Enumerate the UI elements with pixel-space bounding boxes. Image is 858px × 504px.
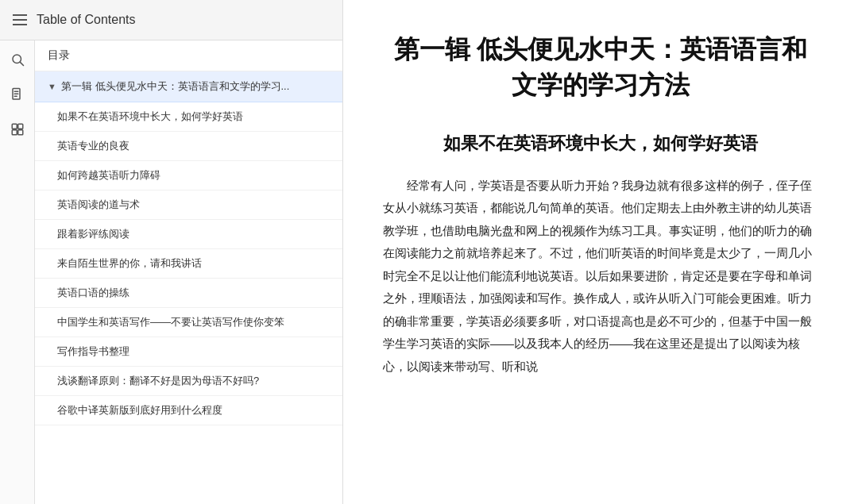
toc-top-item[interactable]: 目录 [35, 40, 342, 71]
svg-line-1 [20, 62, 23, 65]
toc-section-label: 第一辑 低头便见水中天：英语语言和文学的学习... [61, 79, 289, 94]
toc-panel: 目录 ▼ 第一辑 低头便见水中天：英语语言和文学的学习... 如果不在英语环境中… [35, 40, 342, 504]
main-content: 第一辑 低头便见水中天：英语语言和文学的学习方法 如果不在英语环境中长大，如何学… [343, 0, 858, 504]
toc-child-item[interactable]: 跟着影评练阅读 [35, 220, 342, 249]
svg-rect-9 [17, 130, 22, 135]
toc-child-item[interactable]: 如何跨越英语听力障碍 [35, 161, 342, 190]
toc-children: 如果不在英语环境中长大，如何学好英语英语专业的良夜如何跨越英语听力障碍英语阅读的… [35, 102, 342, 425]
toc-child-item[interactable]: 英语阅读的道与术 [35, 190, 342, 220]
sidebar: Table of Contents [0, 0, 343, 504]
main-paragraph: 经常有人问，学英语是否要从听力开始？我身边就有很多这样的例子，侄子侄女从小就练习… [383, 175, 818, 379]
toc-child-item[interactable]: 英语口语的操练 [35, 279, 342, 308]
icon-column [0, 40, 35, 504]
menu-button[interactable] [13, 14, 27, 25]
svg-rect-7 [17, 124, 22, 129]
chapter-title: 第一辑 低头便见水中天：英语语言和文学的学习方法 [383, 32, 818, 103]
toc-child-item[interactable]: 中国学生和英语写作——不要让英语写作使你变笨 [35, 308, 342, 337]
svg-rect-8 [12, 130, 17, 135]
section-title: 如果不在英语环境中长大，如何学好英语 [383, 132, 818, 156]
search-icon[interactable] [6, 48, 29, 71]
document-icon[interactable] [6, 83, 29, 106]
toc-child-item[interactable]: 来自陌生世界的你，请和我讲话 [35, 249, 342, 279]
toc-child-item[interactable]: 英语专业的良夜 [35, 132, 342, 161]
toc-section-header[interactable]: ▼ 第一辑 低头便见水中天：英语语言和文学的学习... [35, 71, 342, 102]
toc-child-item[interactable]: 写作指导书整理 [35, 337, 342, 367]
layers-icon[interactable] [6, 118, 29, 140]
toc-child-item[interactable]: 浅谈翻译原则：翻译不好是因为母语不好吗? [35, 367, 342, 396]
icon-rail-row: 目录 ▼ 第一辑 低头便见水中天：英语语言和文学的学习... 如果不在英语环境中… [0, 40, 342, 504]
arrow-icon: ▼ [48, 82, 56, 91]
sidebar-title: Table of Contents [37, 13, 136, 27]
svg-rect-6 [12, 124, 17, 129]
toc-child-item[interactable]: 谷歌中译英新版到底好用到什么程度 [35, 396, 342, 425]
toc-child-item[interactable]: 如果不在英语环境中长大，如何学好英语 [35, 102, 342, 132]
sidebar-header: Table of Contents [0, 0, 342, 40]
